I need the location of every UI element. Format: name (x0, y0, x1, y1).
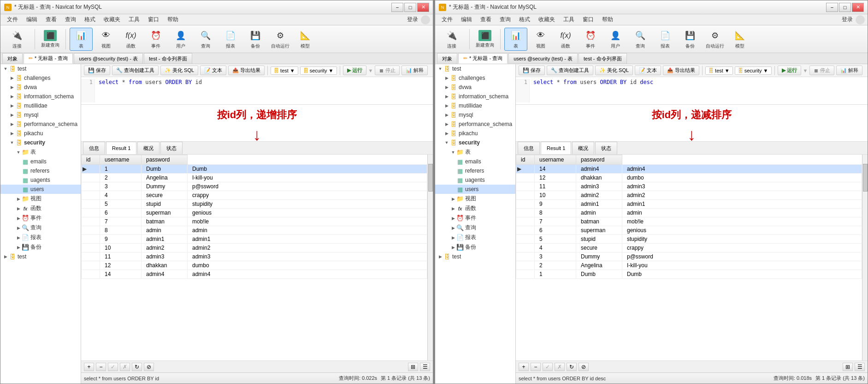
query-btn-2[interactable]: 🔍 查询 (629, 28, 652, 51)
beautify-btn-1[interactable]: ✨ 美化 SQL (160, 66, 198, 75)
run-btn-2[interactable]: ▶ 运行 (778, 66, 801, 75)
menu-format-1[interactable]: 格式 (81, 15, 99, 24)
cross-btn-2[interactable]: ✗ (555, 363, 565, 371)
tab-query-2[interactable]: ✏ * 无标题 - 查询 (458, 53, 508, 64)
refresh-btn-2[interactable]: ↻ (567, 363, 577, 371)
backup-btn-2[interactable]: 💾 备份 (679, 28, 702, 51)
sidebar-item-test-1[interactable]: ▼ 🗄 test (0, 64, 81, 73)
tab-users-1[interactable]: users @security (test) - 表 (74, 53, 143, 64)
table-row[interactable]: 5stupidstupidity (516, 235, 862, 244)
event-btn-1[interactable]: ⏰ 事件 (144, 28, 167, 51)
beautify-btn-2[interactable]: ✨ 美化 SQL (595, 66, 633, 75)
sidebar-item-views-2[interactable]: ▶ 📁 视图 (435, 194, 515, 204)
del-row-btn-1[interactable]: − (96, 363, 106, 371)
table-row[interactable]: 8adminadmin (82, 226, 427, 235)
text-btn-1[interactable]: 📝 文本 (200, 66, 226, 75)
table-row[interactable]: 3Dummyp@ssword (82, 182, 427, 191)
sidebar-item-emails-2[interactable]: ▦ emails (435, 157, 515, 166)
table-row[interactable]: 5stupidstupidity (82, 200, 427, 209)
sidebar-item-mysql-2[interactable]: ▶ 🗄 mysql (435, 110, 515, 120)
sidebar-item-events-2[interactable]: ▶ ⏰ 事件 (435, 213, 515, 223)
view-btn-2[interactable]: 👁 视图 (529, 28, 552, 51)
schema-selector-1[interactable]: 🗄 security ▼ (300, 66, 337, 75)
sidebar-item-infschema-1[interactable]: ▶ 🗄 information_schema (0, 92, 81, 101)
backup-btn-1[interactable]: 💾 备份 (244, 28, 267, 51)
table-row[interactable]: ▶14admin4admin4 (516, 165, 862, 174)
model-btn-2[interactable]: 📐 模型 (728, 28, 751, 51)
table-row[interactable]: 12dhakkandumbo (82, 261, 427, 270)
login-label-1[interactable]: 登录 (407, 16, 418, 24)
table-row[interactable]: 4securecrappy (516, 244, 862, 252)
table-row[interactable]: 8adminadmin (516, 209, 862, 217)
create-tool-btn-2[interactable]: 🔧 查询创建工具 (547, 66, 593, 75)
login-label-2[interactable]: 登录 (842, 16, 853, 24)
menu-query-1[interactable]: 查询 (61, 15, 80, 24)
sidebar-item-test-end-2[interactable]: ▶ 🗄 test (435, 252, 515, 261)
event-btn-2[interactable]: ⏰ 事件 (579, 28, 602, 51)
connect-btn-1[interactable]: 🔌 连接 (3, 28, 31, 51)
model-btn-1[interactable]: 📐 模型 (294, 28, 317, 51)
sidebar-item-tables-2[interactable]: ▼ 📁 表 (435, 147, 515, 157)
sidebar-item-emails-1[interactable]: ▦ emails (0, 157, 81, 166)
stop-btn-1[interactable]: ⏹ 停止 (375, 66, 400, 75)
result-tab-info-2[interactable]: 信息 (518, 142, 540, 154)
sidebar-item-events-1[interactable]: ▶ ⏰ 事件 (0, 213, 81, 223)
new-query-btn-2[interactable]: ⬛ 新建查询 (473, 28, 496, 51)
sidebar-item-test-end-1[interactable]: ▶ 🗄 test (0, 252, 81, 261)
table-row[interactable]: 6supermangenious (82, 209, 427, 217)
report-btn-2[interactable]: 📄 报表 (654, 28, 677, 51)
sidebar-item-challenges-2[interactable]: ▶ 🗄 challenges (435, 73, 515, 83)
maximize-btn-1[interactable]: □ (404, 3, 416, 12)
stop-row-btn-1[interactable]: ⊘ (144, 363, 154, 371)
table-row[interactable]: 2AngelinaI-kill-you (82, 174, 427, 182)
menu-tools-2[interactable]: 工具 (560, 15, 578, 24)
grid-btn-2[interactable]: ⊞ (843, 363, 853, 371)
menu-favorites-2[interactable]: 收藏夹 (535, 15, 559, 24)
menu-favorites-1[interactable]: 收藏夹 (100, 15, 124, 24)
result-tab-status-1[interactable]: 状态 (160, 142, 183, 154)
scrollbar-vert-1[interactable] (427, 155, 433, 360)
table-row[interactable]: 7batmanmob!le (516, 217, 862, 226)
sidebar-item-functions-1[interactable]: ▶ fx 函数 (0, 204, 81, 213)
sidebar-item-mutillidae-2[interactable]: ▶ 🗄 mutillidae (435, 101, 515, 110)
menu-help-1[interactable]: 帮助 (164, 15, 182, 24)
close-btn-1[interactable]: ✕ (417, 3, 429, 12)
export-btn-1[interactable]: 📤 导出结果 (228, 66, 265, 75)
table-row[interactable]: 1DumbDumb (516, 270, 862, 279)
export-btn-2[interactable]: 📤 导出结果 (663, 66, 699, 75)
form-btn-1[interactable]: ☰ (420, 363, 430, 371)
function-btn-2[interactable]: f(x) 函数 (554, 28, 577, 51)
user-btn-2[interactable]: 👤 用户 (604, 28, 627, 51)
table-row[interactable]: ▶1DumbDumb (82, 165, 427, 174)
del-row-btn-2[interactable]: − (531, 363, 541, 371)
sidebar-item-referers-1[interactable]: ▦ referers (0, 166, 81, 175)
result-table-wrap-1[interactable]: id username password ▶1DumbDumb2Angelina… (81, 155, 427, 360)
close-btn-2[interactable]: ✕ (852, 3, 864, 12)
sidebar-item-dvwa-1[interactable]: ▶ 🗄 dvwa (0, 83, 81, 92)
explain-btn-1[interactable]: 📊 解释 (402, 66, 428, 75)
save-btn-1[interactable]: 💾 保存 (84, 66, 110, 75)
menu-view-2[interactable]: 查看 (477, 15, 495, 24)
result-tab-status-2[interactable]: 状态 (595, 142, 617, 154)
code-content-2[interactable]: select * from users ORDER BY id desc (530, 79, 868, 102)
menu-edit-1[interactable]: 编辑 (23, 15, 41, 24)
report-btn-1[interactable]: 📄 报表 (219, 28, 242, 51)
table-row[interactable]: 3Dummyp@ssword (516, 252, 862, 261)
minimize-btn-1[interactable]: − (391, 3, 403, 12)
scrollbar-vert-2[interactable] (862, 155, 868, 360)
sidebar-item-test-2[interactable]: ▼ 🗄 test (435, 64, 515, 73)
menu-help-2[interactable]: 帮助 (598, 15, 617, 24)
table-row[interactable]: 11admin3admin3 (82, 252, 427, 261)
menu-view-1[interactable]: 查看 (42, 15, 60, 24)
sidebar-item-backups-1[interactable]: ▶ 💾 备份 (0, 242, 81, 252)
menu-query-2[interactable]: 查询 (496, 15, 514, 24)
sidebar-item-mutillidae-1[interactable]: ▶ 🗄 mutillidae (0, 101, 81, 110)
view-btn-1[interactable]: 👁 视图 (94, 28, 118, 51)
table-btn-1[interactable]: 📊 表 (70, 28, 93, 51)
table-row[interactable]: 2AngelinaI-kill-you (516, 261, 862, 270)
create-tool-btn-1[interactable]: 🔧 查询创建工具 (112, 66, 159, 75)
result-tab-result1-1[interactable]: Result 1 (106, 142, 136, 154)
explain-btn-2[interactable]: 📊 解释 (836, 66, 862, 75)
tab-query-1[interactable]: ✏ * 无标题 - 查询 (24, 53, 73, 64)
new-query-btn-1[interactable]: ⬛ 新建查询 (39, 28, 62, 51)
